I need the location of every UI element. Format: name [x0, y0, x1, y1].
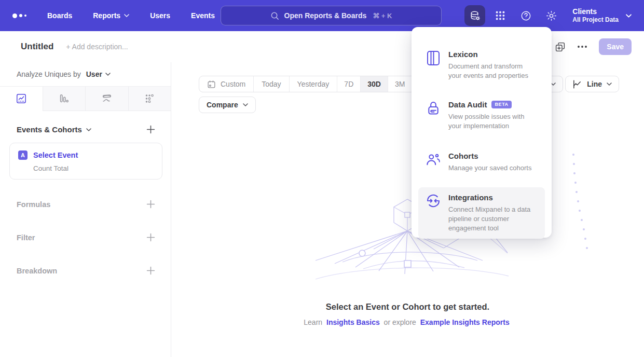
- plus-icon: [146, 125, 155, 134]
- beta-badge: BETA: [491, 101, 511, 108]
- chevron-down-icon: [105, 73, 111, 76]
- plus-icon: [146, 200, 155, 209]
- line-chart-icon: [572, 79, 582, 89]
- nav-users[interactable]: Users: [150, 11, 170, 20]
- apps-grid-icon: [495, 10, 506, 21]
- nav-events[interactable]: Events: [191, 11, 215, 20]
- filter-header: Filter: [17, 234, 35, 242]
- empty-state-hint: Learn Insights Basics or explore Example…: [171, 318, 644, 326]
- tab-insights-line[interactable]: [0, 87, 43, 111]
- project-switcher[interactable]: Clients All Project Data: [572, 7, 632, 24]
- date-range-3m[interactable]: 3M: [388, 76, 412, 92]
- chevron-down-icon: [607, 83, 612, 86]
- analyze-label: Analyze Uniques by: [17, 70, 81, 78]
- data-management-button[interactable]: [464, 5, 485, 26]
- chevron-down-icon: [243, 103, 248, 106]
- duplicate-icon: [555, 42, 566, 52]
- analyze-value-dropdown[interactable]: User: [86, 70, 111, 78]
- menu-item-cohorts[interactable]: Cohorts Manage your saved cohorts: [418, 146, 545, 178]
- search-placeholder: Open Reports & Boards: [284, 11, 367, 20]
- help-icon: [520, 10, 532, 22]
- data-audit-icon: [427, 101, 441, 116]
- dots-grid-tab-icon: [144, 93, 155, 104]
- help-button[interactable]: [515, 5, 536, 26]
- count-type-dropdown[interactable]: Count Total: [33, 164, 154, 172]
- plus-icon: [146, 266, 155, 275]
- data-management-menu: Lexicon Document and transform your even…: [412, 27, 552, 238]
- more-options-button[interactable]: [577, 45, 587, 48]
- ellipsis-icon: [577, 45, 587, 48]
- add-description-field[interactable]: + Add description...: [66, 43, 128, 51]
- report-title[interactable]: Untitled: [21, 42, 53, 52]
- date-range-30d[interactable]: 30D: [360, 76, 388, 92]
- menu-item-description: View possible issues with your implement…: [448, 112, 537, 131]
- series-badge: A: [18, 150, 28, 160]
- date-range-7d[interactable]: 7D: [337, 76, 360, 92]
- search-shortcut: ⌘ + K: [373, 12, 392, 20]
- add-event-button[interactable]: [146, 125, 155, 134]
- breakdown-header: Breakdown: [17, 267, 57, 275]
- tab-bar-chart[interactable]: [43, 87, 86, 111]
- menu-item-title: Lexicon: [448, 50, 478, 59]
- query-builder-sidebar: Analyze Uniques by User: [0, 62, 171, 357]
- menu-item-title: Integrations: [448, 193, 493, 202]
- project-name: All Project Data: [572, 16, 619, 24]
- example-insights-reports-link[interactable]: Example Insights Reports: [420, 318, 510, 326]
- chevron-down-icon: [626, 14, 632, 18]
- database-gear-icon: [469, 10, 481, 22]
- menu-item-integrations[interactable]: Integrations Connect Mixpanel to a data …: [418, 187, 545, 239]
- date-range-today[interactable]: Today: [253, 76, 289, 92]
- compare-dropdown[interactable]: Compare: [199, 97, 256, 113]
- event-card[interactable]: A Select Event Count Total: [9, 143, 162, 180]
- search-icon: [270, 11, 279, 20]
- menu-item-data-audit[interactable]: Data Audit BETA View possible issues wit…: [418, 94, 545, 136]
- menu-item-title: Data Audit: [448, 100, 487, 109]
- tab-flow[interactable]: [85, 87, 128, 111]
- calendar-icon: [207, 80, 216, 89]
- formulas-header: Formulas: [17, 200, 50, 209]
- menu-item-lexicon[interactable]: Lexicon Document and transform your even…: [418, 44, 545, 86]
- nav-boards[interactable]: Boards: [47, 11, 72, 20]
- lexicon-book-icon: [427, 50, 440, 66]
- empty-state-title: Select an Event or Cohort to get started…: [171, 302, 644, 312]
- date-range-custom[interactable]: Custom: [199, 76, 253, 92]
- select-event-button[interactable]: Select Event: [33, 151, 78, 159]
- events-cohorts-header[interactable]: Events & Cohorts: [17, 125, 91, 134]
- menu-item-description: Document and transform your events and p…: [448, 62, 537, 80]
- global-search-input[interactable]: Open Reports & Boards ⌘ + K: [221, 6, 442, 25]
- date-range-yesterday[interactable]: Yesterday: [289, 76, 337, 92]
- insights-basics-link[interactable]: Insights Basics: [326, 318, 380, 326]
- add-formula-button[interactable]: [146, 200, 155, 209]
- bar-chart-tab-icon: [58, 93, 70, 104]
- chart-type-tabs: [0, 86, 171, 111]
- chevron-down-icon: [124, 14, 129, 17]
- org-name: Clients: [572, 7, 619, 17]
- settings-gear-icon: [545, 10, 557, 22]
- menu-item-description: Connect Mixpanel to a data pipeline or c…: [448, 205, 537, 233]
- tab-retention-grid[interactable]: [128, 87, 171, 111]
- chevron-down-icon: [86, 128, 91, 131]
- integrations-sync-icon: [426, 194, 441, 208]
- add-breakdown-button[interactable]: [146, 266, 155, 275]
- save-button[interactable]: Save: [599, 38, 632, 55]
- chart-type-dropdown[interactable]: Line: [565, 76, 619, 92]
- plus-icon: [146, 233, 155, 242]
- add-filter-button[interactable]: [146, 233, 155, 242]
- settings-button[interactable]: [541, 5, 561, 26]
- cohorts-users-icon: [426, 152, 441, 167]
- nav-reports[interactable]: Reports: [93, 11, 129, 20]
- report-canvas: Custom Today Yesterday 7D 30D 3M 6M Comp…: [171, 62, 644, 357]
- menu-item-description: Manage your saved cohorts: [448, 163, 531, 173]
- line-chart-tab-icon: [16, 93, 27, 104]
- top-navbar: Boards Reports Users Events Open Reports…: [0, 0, 644, 31]
- mixpanel-logo-icon[interactable]: [12, 13, 26, 18]
- duplicate-button[interactable]: [555, 42, 566, 52]
- menu-item-title: Cohorts: [448, 152, 478, 160]
- flow-tab-icon: [101, 93, 113, 104]
- apps-grid-button[interactable]: [490, 5, 511, 26]
